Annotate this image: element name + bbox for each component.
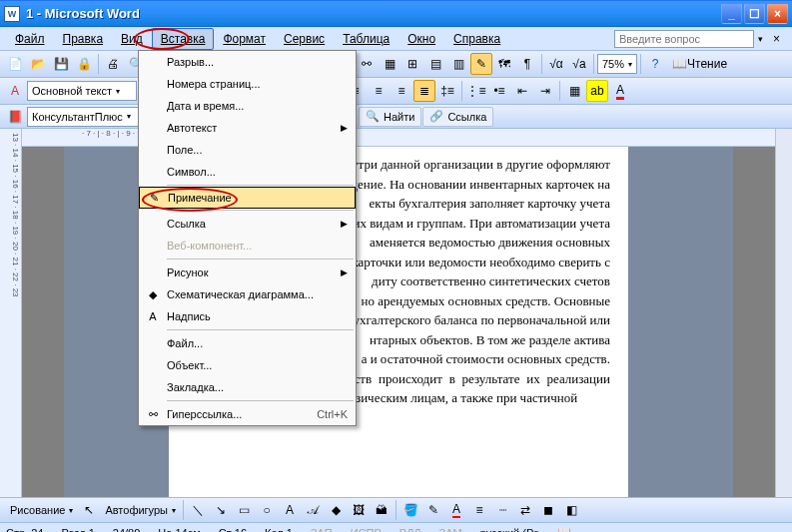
menu-item-label: Закладка... — [163, 381, 348, 393]
styles-pane-button[interactable]: A — [4, 80, 26, 102]
status-book-icon[interactable]: 📖 — [555, 526, 573, 532]
doc-close-button[interactable]: × — [767, 32, 786, 46]
line-color-button[interactable]: ✎ — [422, 499, 444, 521]
plugin-icon[interactable]: 📕 — [4, 106, 26, 128]
minimize-button[interactable]: _ — [721, 3, 742, 24]
menu-edit[interactable]: Правка — [54, 28, 113, 50]
align-right-button[interactable]: ≡ — [391, 80, 412, 102]
line-tool[interactable]: ＼ — [187, 499, 209, 521]
wordart-tool[interactable]: 𝒜 — [302, 499, 324, 521]
picture-tool[interactable]: 🏔 — [371, 499, 393, 521]
hyperlink-button[interactable]: ⚯ — [356, 53, 378, 75]
menu-item-файл[interactable]: Файл... — [139, 332, 356, 354]
menu-item-закладка[interactable]: Закладка... — [139, 376, 356, 398]
ask-question-input[interactable] — [614, 30, 754, 48]
rectangle-tool[interactable]: ▭ — [233, 499, 255, 521]
close-button[interactable]: × — [767, 3, 788, 24]
menu-item-разрыв[interactable]: Разрыв... — [139, 51, 356, 73]
numbering-button[interactable]: ⋮≡ — [465, 80, 487, 102]
maximize-button[interactable]: ☐ — [744, 3, 765, 24]
arrow-tool[interactable]: ↘ — [210, 499, 232, 521]
menu-item-label: Схематическая диаграмма... — [163, 288, 348, 300]
help-button[interactable]: ? — [644, 53, 666, 75]
status-ovr[interactable]: ЗАМ — [437, 527, 464, 533]
menu-item-label: Разрыв... — [163, 56, 348, 68]
menu-file[interactable]: Файл — [6, 28, 54, 50]
link-button[interactable]: 🔗 Ссылка — [422, 107, 493, 127]
status-rec[interactable]: ЗАП — [309, 527, 335, 533]
menu-window[interactable]: Окно — [398, 28, 444, 50]
vertical-ruler: 13 · 14 · 15 · 16 · 17 · 18 · 19 · 20 · … — [0, 129, 22, 497]
ask-dropdown-icon[interactable]: ▾ — [754, 34, 767, 44]
font-color-draw-button[interactable]: A — [445, 499, 467, 521]
menu-item-символ[interactable]: Символ... — [139, 161, 356, 183]
3d-button[interactable]: ◧ — [560, 499, 582, 521]
decrease-indent-button[interactable]: ⇤ — [511, 80, 533, 102]
menu-item-label: Надпись — [163, 310, 348, 322]
new-doc-button[interactable]: 📄 — [4, 53, 26, 75]
menu-item-примечание[interactable]: ✎Примечание — [139, 187, 356, 209]
font-color-button[interactable]: A — [609, 80, 631, 102]
menu-item-icon: ⚯ — [143, 408, 163, 421]
line-spacing-button[interactable]: ‡≡ — [436, 80, 458, 102]
doc-map-button[interactable]: 🗺 — [493, 53, 515, 75]
find-button[interactable]: 🔍 Найти — [359, 107, 421, 127]
menu-item-схематическая-диаграмма[interactable]: ◆Схематическая диаграмма... — [139, 283, 356, 305]
menu-item-гиперссылка[interactable]: ⚯Гиперссылка...Ctrl+K — [139, 403, 356, 425]
menu-tools[interactable]: Сервис — [275, 28, 334, 50]
insert-table-button[interactable]: ⊞ — [401, 53, 423, 75]
plugin-combo[interactable]: КонсультантПлюс▾ — [27, 107, 147, 127]
print-button[interactable]: 🖨 — [102, 53, 124, 75]
menu-item-надпись[interactable]: AНадпись — [139, 305, 356, 327]
shadow-button[interactable]: ◼ — [537, 499, 559, 521]
menu-help[interactable]: Справка — [444, 28, 509, 50]
show-all-button[interactable]: ¶ — [516, 53, 538, 75]
menu-item-дата-и-время[interactable]: Дата и время... — [139, 95, 356, 117]
excel-button[interactable]: ▤ — [424, 53, 446, 75]
menu-item-номера-страниц[interactable]: Номера страниц... — [139, 73, 356, 95]
tables-borders-button[interactable]: ▦ — [379, 53, 400, 75]
drawing-toggle-button[interactable]: ✎ — [470, 53, 492, 75]
open-button[interactable]: 📂 — [27, 53, 49, 75]
menu-item-автотекст[interactable]: Автотекст▶ — [139, 117, 356, 139]
increase-indent-button[interactable]: ⇥ — [534, 80, 556, 102]
reading-layout-button[interactable]: 📖 Чтение — [667, 53, 732, 75]
status-trk[interactable]: ИСПР — [349, 527, 384, 533]
menu-format[interactable]: Формат — [214, 28, 275, 50]
permission-button[interactable]: 🔒 — [73, 53, 95, 75]
arrow-style-button[interactable]: ⇄ — [514, 499, 536, 521]
menu-item-объект[interactable]: Объект... — [139, 354, 356, 376]
diagram-tool[interactable]: ◆ — [325, 499, 347, 521]
menu-table[interactable]: Таблица — [334, 28, 398, 50]
style-combo[interactable]: Основной текст▾ — [27, 81, 137, 101]
dash-style-button[interactable]: ┈ — [491, 499, 513, 521]
align-center-button[interactable]: ≡ — [368, 80, 390, 102]
borders-button[interactable]: ▦ — [563, 80, 585, 102]
align-justify-button[interactable]: ≣ — [413, 80, 435, 102]
vertical-scrollbar[interactable] — [775, 129, 792, 497]
fill-color-button[interactable]: 🪣 — [399, 499, 421, 521]
equation-alpha-button[interactable]: √α — [545, 53, 567, 75]
select-objects-button[interactable]: ↖ — [78, 499, 100, 521]
status-ext[interactable]: ВДЛ — [397, 527, 423, 533]
menu-item-поле[interactable]: Поле... — [139, 139, 356, 161]
status-lang[interactable]: русский (Ро — [478, 527, 541, 533]
line-style-button[interactable]: ≡ — [468, 499, 490, 521]
autoshapes-menu[interactable]: Автофигуры▾ — [101, 500, 180, 520]
menu-insert[interactable]: Вставка — [152, 28, 215, 50]
page-margin-right — [628, 147, 733, 497]
save-button[interactable]: 💾 — [50, 53, 72, 75]
clipart-tool[interactable]: 🖼 — [348, 499, 370, 521]
bullets-button[interactable]: •≡ — [488, 80, 510, 102]
draw-menu[interactable]: Рисование▾ — [6, 500, 77, 520]
columns-button[interactable]: ▥ — [447, 53, 469, 75]
textbox-tool[interactable]: A — [279, 499, 301, 521]
highlight-button[interactable]: ab — [586, 80, 608, 102]
oval-tool[interactable]: ○ — [256, 499, 278, 521]
menu-view[interactable]: Вид — [112, 28, 152, 50]
equation-a-button[interactable]: √a — [568, 53, 590, 75]
menu-item-ссылка[interactable]: Ссылка▶ — [139, 213, 356, 235]
menu-item-рисунок[interactable]: Рисунок▶ — [139, 262, 356, 283]
zoom-combo[interactable]: 75%▾ — [597, 54, 637, 74]
menu-item-label: Автотекст — [163, 122, 341, 134]
